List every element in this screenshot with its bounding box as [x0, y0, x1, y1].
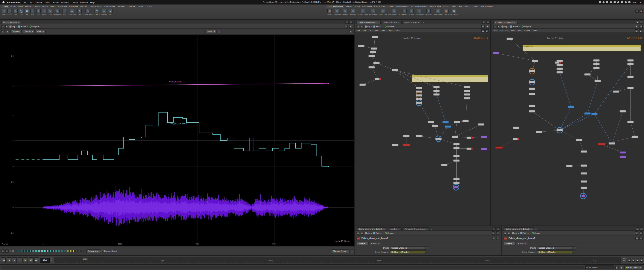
range-end[interactable]: 78537856 — [622, 258, 627, 262]
network-node[interactable] — [416, 87, 422, 89]
shelf-tool-sphere[interactable]: ○Sphere — [6, 9, 12, 15]
back-arrow-icon[interactable]: ◀ — [356, 25, 359, 28]
folder-tab-delete[interactable]: Delete — [504, 242, 515, 245]
pic-values-series[interactable] — [43, 112, 328, 166]
pane-tab--obj-points-chopnet1[interactable]: /obj/Points/chopnet1✕ — [356, 21, 380, 24]
forward-arrow-icon[interactable]: ▶ — [6, 25, 8, 28]
pane-maximize-icon[interactable]: □ — [350, 21, 353, 24]
breadcrumb-points[interactable]: Points — [18, 25, 26, 27]
shelf-tab-polygon[interactable]: Polygon — [24, 5, 32, 8]
channel-swatch[interactable] — [72, 250, 75, 252]
filter-icon[interactable]: ▽ — [5, 249, 8, 253]
channel-swatch[interactable] — [58, 250, 60, 252]
snap-icon[interactable]: ▥ — [615, 266, 618, 269]
shelf-tab-guide-brushes[interactable]: Guide Brushes — [102, 5, 116, 8]
menu-add[interactable]: Add — [357, 30, 360, 32]
shelf-tab-populate-containers[interactable]: Populate Containers — [410, 5, 428, 8]
shelf-tool-metaball[interactable]: ●Metaball — [100, 9, 107, 15]
channel-swatch[interactable] — [81, 250, 83, 252]
network-node[interactable] — [464, 90, 470, 92]
shelf-tool-volume-light[interactable]: ☀Volume Light — [368, 9, 378, 15]
network-node[interactable] — [581, 181, 587, 183]
node-name-field[interactable]: Delete_above_and_below2 — [362, 237, 388, 239]
color-palette-icon[interactable]: ◧ — [639, 29, 642, 33]
time-machine-icon[interactable] — [610, 1, 612, 3]
network-node[interactable] — [481, 148, 487, 150]
menu-view[interactable]: View — [511, 30, 515, 32]
shelf-tool-line[interactable]: /Line — [36, 9, 41, 15]
network-node[interactable] — [442, 121, 448, 123]
jump-to-start-button[interactable]: |◀◀ — [1, 257, 6, 263]
note-id-series[interactable] — [43, 83, 328, 86]
network-node[interactable] — [441, 164, 448, 166]
network-node[interactable] — [556, 71, 563, 73]
network-node[interactable] — [529, 110, 535, 112]
shelf-tab-pyro-fx[interactable]: Pyro FX — [442, 5, 451, 8]
shelf-tab-fluid-containers[interactable]: Fluid Containers — [395, 5, 410, 8]
network-node[interactable] — [434, 93, 440, 95]
range-start[interactable]: 11 — [50, 258, 52, 262]
select-channels-dropdown[interactable]: By Channel Number▾ — [537, 250, 573, 254]
network-node[interactable] — [598, 143, 605, 145]
shelf-tool-portal-light[interactable]: ☀Portal Light — [424, 9, 433, 15]
add-tab-button[interactable]: + — [430, 228, 433, 230]
folder-tab-common[interactable]: Common — [516, 242, 529, 245]
network-node[interactable] — [593, 59, 600, 62]
shelf-tool-path[interactable]: ~Path — [62, 9, 68, 15]
network-node[interactable] — [632, 136, 638, 138]
shelf-tool-null[interactable]: +Null — [30, 9, 36, 15]
column-select-checkbox[interactable] — [102, 250, 104, 252]
breadcrumb-obj[interactable]: obj — [502, 25, 507, 27]
pane-tab-delete-above-and-below2[interactable]: Delete_above_and_below2✕ — [356, 227, 386, 231]
network-node[interactable] — [464, 86, 470, 88]
desktop-menu-icon[interactable]: ▾ — [636, 9, 639, 13]
breadcrumb-obj[interactable]: obj — [365, 25, 370, 27]
jump-to-end-button[interactable]: ▶▶| — [34, 257, 39, 263]
breadcrumb-chopnet[interactable]: chopnet1 — [532, 232, 543, 234]
volume-icon[interactable] — [621, 1, 623, 3]
shelf-tab-cloud-fx[interactable]: Cloud FX — [126, 5, 136, 8]
shelf-tool-point-light[interactable]: ☀Point Light — [333, 9, 341, 15]
network-node[interactable] — [358, 45, 364, 47]
scope-stepper[interactable]: ▲▼ — [351, 249, 353, 253]
network-node[interactable] — [466, 148, 473, 150]
forward-arrow-icon[interactable]: ▶ — [360, 232, 363, 234]
breadcrumb-obj[interactable]: obj — [365, 232, 370, 234]
network-node[interactable] — [464, 97, 470, 99]
network-node[interactable] — [392, 144, 398, 146]
shelf-tool-spot-light[interactable]: ☀Spot Light — [341, 9, 349, 15]
network-node[interactable] — [462, 120, 468, 122]
network-node[interactable] — [627, 121, 634, 123]
channel-swatch[interactable] — [52, 250, 55, 252]
shelf-tool-caustic-light[interactable]: ☀Caustic Light — [414, 9, 424, 15]
select-channels-dropdown[interactable]: By Channel Number▾ — [390, 250, 426, 254]
network-node[interactable] — [566, 165, 572, 167]
shelf-tool-circle[interactable]: ○Circle — [41, 9, 47, 15]
network-node[interactable] — [627, 76, 634, 78]
channel-swatch[interactable] — [55, 250, 58, 252]
star-icon[interactable]: ★ — [486, 25, 489, 28]
network-node[interactable] — [434, 90, 440, 92]
history-icon[interactable]: ⟲ — [345, 25, 348, 28]
shelf-tool-environment-light[interactable]: ☀Environment Light — [388, 9, 401, 15]
shelf-tool-file[interactable]: ■File — [108, 9, 113, 15]
pane-maximize-icon[interactable]: □ — [640, 227, 643, 231]
parameter-stepper[interactable]: ▲▼ — [427, 246, 429, 250]
channel-swatch[interactable] — [24, 250, 26, 252]
apple-menu-icon[interactable] — [2, 1, 4, 3]
menubar-item-desktop[interactable]: Desktop — [62, 1, 69, 3]
net1-canvas[interactable]: Indie EditionMotion FX — [355, 33, 490, 226]
audio-mute-icon[interactable]: ◈ — [632, 258, 635, 261]
realtime-toggle-icon[interactable]: ◈ — [628, 258, 631, 261]
pane-maximize-icon[interactable]: □ — [486, 21, 490, 24]
gear-icon[interactable]: ⚙ — [349, 30, 352, 33]
pane-tab-material-palette[interactable]: Material Palette✕ — [382, 21, 402, 24]
shelf-tab-create[interactable]: Create — [2, 5, 9, 8]
shelf-tool-grid[interactable]: ▦Grid — [24, 9, 30, 15]
network-node[interactable] — [556, 60, 563, 62]
forward-arrow-icon[interactable]: ▶ — [360, 25, 363, 28]
network-node[interactable] — [368, 66, 375, 68]
stop-button[interactable]: ■ — [18, 257, 22, 263]
global-animation-options-icon[interactable]: ◈ — [640, 258, 643, 261]
shelf-tool-gi-light[interactable]: ☀GI Light — [408, 9, 414, 15]
